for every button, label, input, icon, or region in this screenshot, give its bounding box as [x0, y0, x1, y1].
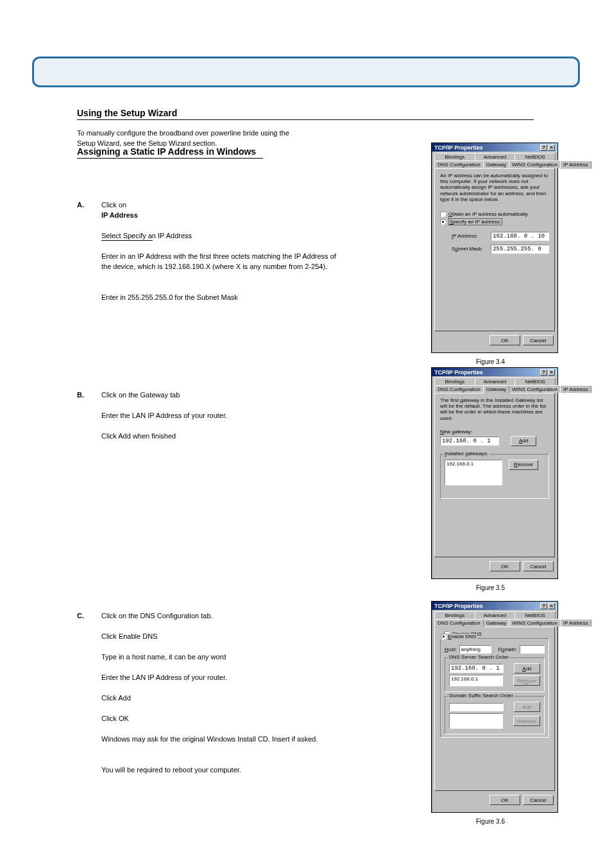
tab-gateway[interactable]: Gateway	[483, 619, 510, 627]
help-icon[interactable]: ?	[540, 603, 547, 609]
ok-button[interactable]: OK	[489, 335, 520, 345]
figure-c-caption: Figure 3.6	[476, 818, 505, 825]
dns-remove-button[interactable]: Remove	[513, 675, 540, 686]
domain-input[interactable]	[520, 645, 545, 654]
close-icon[interactable]: ×	[548, 603, 555, 609]
help-icon[interactable]: ?	[540, 369, 547, 376]
tab-wins[interactable]: WINS Configuration	[509, 161, 561, 168]
tab-ipaddress[interactable]: IP Address	[560, 385, 591, 393]
help-icon[interactable]: ?	[540, 144, 547, 151]
dialog-title: TCP/IP Properties	[434, 603, 483, 609]
step-c-text6: Click OK	[101, 714, 339, 724]
radio-enable-dns[interactable]	[441, 634, 446, 639]
dns-server-input[interactable]: 192.168. 0 . 1	[449, 664, 504, 673]
domain-suffix-legend: Domain Suffix Search Order	[448, 693, 514, 699]
domain-suffix-group: Domain Suffix Search Order Add Remove	[445, 696, 545, 734]
installed-gateways-legend: Installed gateways:	[443, 451, 489, 456]
cancel-button[interactable]: Cancel	[523, 335, 554, 345]
step-c-label: C.	[77, 611, 84, 621]
suffix-add-button[interactable]: Add	[514, 702, 540, 712]
tab-gateway[interactable]: Gateway	[483, 385, 510, 394]
gateway-info-text: The first gateway in the Installed Gatew…	[440, 397, 549, 421]
step-a-text4: Enter in 255.255.255.0 for the Subnet Ma…	[101, 293, 339, 303]
tab-dns[interactable]: DNS Configuration	[434, 161, 484, 168]
tab-dns[interactable]: DNS Configuration	[434, 385, 484, 393]
radio-specify-ip[interactable]	[440, 219, 446, 225]
installed-gateways-list[interactable]: 192.168.0.1	[445, 460, 502, 485]
step-b-text3: Click Add when finished	[101, 431, 339, 442]
ip-tab-panel: An IP address can be automatically assig…	[434, 168, 555, 331]
radio-enable-dns-label: Enable DNS	[448, 634, 476, 639]
host-input[interactable]: anything	[459, 645, 492, 654]
tab-ipaddress[interactable]: IP Address	[560, 619, 591, 627]
tab-dns[interactable]: DNS Configuration	[434, 619, 484, 627]
step-a-text1: Click on	[101, 200, 126, 211]
dns-server-item[interactable]: 192.168.0.1	[451, 676, 501, 682]
tab-gateway[interactable]: Gateway	[483, 161, 510, 168]
suffix-list[interactable]	[449, 713, 503, 729]
step-a-text3: Enter in an IP Address with the first th…	[101, 252, 339, 272]
step-a-label: A.	[77, 200, 84, 211]
tab-bindings[interactable]: Bindings	[434, 378, 475, 385]
tab-bindings[interactable]: Bindings	[434, 611, 475, 619]
figure-b-caption: Figure 3.5	[476, 584, 505, 591]
suffix-remove-button[interactable]: Remove	[513, 716, 540, 726]
step-c-text4: Enter the LAN IP Address of your router.	[101, 673, 339, 683]
tcpip-dialog-ip: TCP/IP Properties ? × Bindings Advanced …	[431, 143, 558, 353]
suffix-input[interactable]	[449, 703, 504, 711]
installed-gateways-group: Installed gateways: 192.168.0.1 Remove	[440, 454, 549, 499]
tab-wins[interactable]: WINS Configuration	[509, 619, 561, 627]
tab-ipaddress[interactable]: IP Address	[560, 161, 591, 169]
tabs-row-top: Bindings Advanced NetBIOS	[434, 153, 555, 161]
step-c-text1: Click on the DNS Configuration tab.	[101, 611, 339, 621]
new-gateway-label: New gateway:	[440, 429, 549, 435]
tab-netbios[interactable]: NetBIOS	[514, 378, 556, 385]
ip-address-label: IP Address:	[452, 233, 488, 239]
tab-bindings[interactable]: Bindings	[434, 153, 475, 161]
dns-add-button[interactable]: Add	[514, 663, 540, 673]
host-label: Host:	[445, 647, 457, 652]
tabs-row-bottom: DNS Configuration Gateway WINS Configura…	[434, 161, 555, 168]
tab-netbios[interactable]: NetBIOS	[514, 611, 556, 619]
dialog-titlebar: TCP/IP Properties ? ×	[432, 368, 557, 376]
tab-netbios[interactable]: NetBIOS	[514, 153, 556, 161]
gateway-tab-panel: The first gateway in the Installed Gatew…	[434, 393, 555, 557]
radio-specify-ip-label: Specify an IP address:	[448, 218, 502, 225]
enable-dns-group: Enable DNS Host: anything Domain: DNS Se…	[440, 638, 549, 738]
ok-button[interactable]: OK	[489, 795, 520, 805]
section2-underline	[77, 158, 263, 159]
section1-underline	[77, 119, 534, 120]
tab-advanced[interactable]: Advanced	[475, 611, 516, 619]
dns-search-order-legend: DNS Server Search Order	[448, 654, 510, 660]
tab-advanced[interactable]: Advanced	[475, 378, 516, 385]
ok-button[interactable]: OK	[489, 561, 520, 571]
step-b-label: B.	[77, 390, 84, 401]
remove-gateway-button[interactable]: Remove	[509, 460, 538, 470]
tcpip-dialog-gateway: TCP/IP Properties ? × Bindings Advanced …	[431, 367, 558, 579]
add-gateway-button[interactable]: Add	[511, 436, 536, 446]
dialog-title: TCP/IP Properties	[434, 144, 483, 151]
close-icon[interactable]: ×	[548, 369, 555, 376]
subnet-mask-label: Subnet Mask:	[452, 246, 488, 252]
cancel-button[interactable]: Cancel	[523, 561, 554, 571]
installed-gateway-item[interactable]: 192.168.0.1	[446, 461, 500, 467]
step-c-text2: Click Enable DNS	[101, 632, 339, 642]
radio-obtain-auto[interactable]	[440, 211, 446, 217]
tab-wins[interactable]: WINS Configuration	[509, 385, 561, 393]
dns-search-order-group: DNS Server Search Order 192.168. 0 . 1 A…	[445, 657, 545, 692]
tab-advanced[interactable]: Advanced	[475, 153, 516, 161]
intro-line1: To manually configure the broadband over…	[77, 128, 378, 139]
dns-server-list[interactable]: 192.168.0.1	[449, 675, 503, 686]
tcpip-dialog-dns: TCP/IP Properties ? × Bindings Advanced …	[431, 601, 558, 813]
cancel-button[interactable]: Cancel	[523, 795, 554, 805]
new-gateway-input[interactable]: 192.168. 0 . 1	[440, 437, 499, 446]
close-icon[interactable]: ×	[548, 144, 555, 151]
step-c-text8: You will be required to reboot your comp…	[101, 765, 339, 776]
step-b-text1: Click on the Gateway tab	[101, 390, 339, 401]
subnet-mask-input[interactable]: 255.255.255. 0	[491, 245, 549, 254]
ip-address-input[interactable]: 192.168. 0 . 10	[491, 232, 549, 241]
section1-title: Using the Setup Wizard	[77, 108, 177, 118]
figure-a-caption: Figure 3.4	[476, 358, 505, 365]
radio-obtain-auto-label: OObtain an IP address automaticallybtain…	[448, 211, 528, 217]
domain-label: Domain:	[498, 647, 517, 652]
